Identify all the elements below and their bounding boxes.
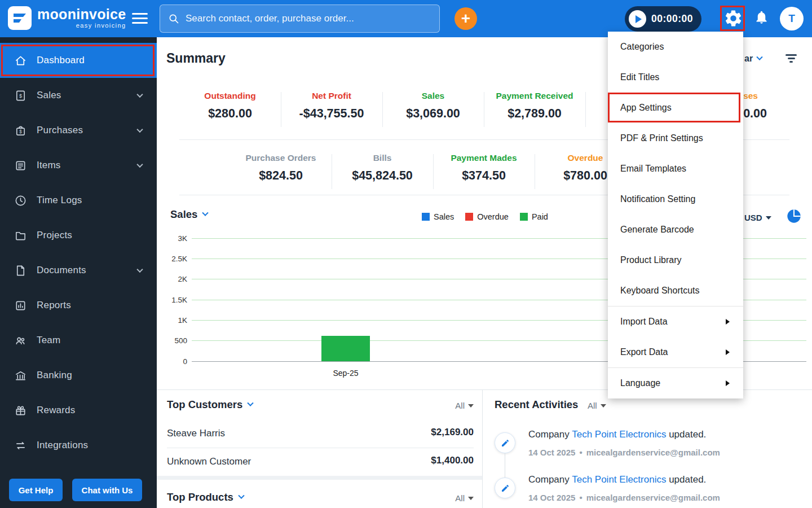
bar-paid-sep-25[interactable]: [321, 336, 370, 361]
summary-card-value: $3,069.00: [382, 107, 484, 121]
sidebar-item-label: Documents: [37, 265, 86, 276]
play-icon[interactable]: [629, 10, 646, 28]
menu-item-export-data[interactable]: Export Data: [608, 337, 743, 367]
pencil-icon: [501, 484, 510, 493]
sidebar-item-time-logs[interactable]: Time Logs: [0, 183, 157, 218]
triangle-down-icon: [766, 216, 771, 220]
search-input[interactable]: [186, 13, 431, 24]
menu-item-label: Import Data: [620, 317, 668, 327]
activity-email: micealgardenservice@gmail.com: [586, 448, 720, 457]
sidebar-item-purchases[interactable]: $ Purchases: [0, 113, 157, 148]
legend-label: Sales: [434, 212, 454, 221]
settings-gear-icon[interactable]: [723, 8, 743, 30]
sidebar-item-label: Reports: [37, 300, 71, 311]
mooninvoice-logo-icon: [8, 6, 32, 30]
legend-item-overdue[interactable]: Overdue: [465, 212, 509, 221]
hamburger-menu-icon[interactable]: [132, 13, 148, 27]
filter-label: All: [455, 401, 465, 410]
add-button[interactable]: +: [454, 7, 477, 30]
menu-item-generate-barcode[interactable]: Generate Barcode: [608, 214, 743, 245]
menu-item-pdf-print-settings[interactable]: PDF & Print Settings: [608, 123, 743, 154]
get-help-button[interactable]: Get Help: [9, 479, 63, 501]
menu-item-categories[interactable]: Categories: [608, 32, 743, 62]
sidebar-item-team[interactable]: Team: [0, 323, 157, 358]
top-customers-title[interactable]: Top Customers: [167, 398, 253, 411]
activity-meta: 14 Oct 2025•micealgardenservice@gmail.co…: [528, 448, 720, 457]
menu-item-keyboard-shortcuts[interactable]: Keyboard Shortcuts: [608, 275, 743, 306]
recent-activities-filter[interactable]: All: [588, 401, 606, 410]
menu-item-product-library[interactable]: Product Library: [608, 245, 743, 275]
search-icon: [168, 13, 179, 24]
sidebar-item-items[interactable]: Items: [0, 148, 157, 183]
activity-prefix: Company: [528, 429, 572, 440]
sidebar-item-sales[interactable]: $ Sales: [0, 78, 157, 113]
timer-widget[interactable]: 00:00:00: [625, 6, 701, 32]
chevron-down-icon: [756, 54, 762, 60]
search-bar[interactable]: [160, 5, 440, 33]
sidebar-item-projects[interactable]: Projects: [0, 218, 157, 253]
sidebar-item-banking[interactable]: Banking: [0, 358, 157, 393]
period-selector-label: ar: [744, 54, 753, 64]
filter-icon[interactable]: [785, 54, 797, 64]
divider: [281, 92, 281, 127]
activity-company-link[interactable]: Tech Point Electronics: [572, 474, 666, 485]
menu-item-app-settings[interactable]: App Settings: [608, 93, 743, 123]
period-selector[interactable]: ar: [744, 54, 762, 64]
activity-text: Company Tech Point Electronics updated.: [528, 474, 706, 485]
summary-card-value: -$43,755.50: [281, 107, 382, 121]
legend-label: Overdue: [477, 212, 509, 221]
menu-item-notification-setting[interactable]: Notification Setting: [608, 184, 743, 214]
menu-item-email-templates[interactable]: Email Templates: [608, 154, 743, 184]
chevron-down-icon: [136, 91, 143, 98]
sidebar-item-integrations[interactable]: Integrations: [0, 428, 157, 463]
menu-item-language[interactable]: Language: [608, 368, 743, 398]
edit-activity-button[interactable]: [495, 432, 515, 453]
sidebar-item-dashboard[interactable]: Dashboard: [0, 43, 157, 78]
activity-suffix: updated.: [666, 474, 706, 485]
section-title-label: Top Products: [167, 491, 233, 503]
summary-card-bills: Bills $45,824.50: [332, 153, 433, 183]
legend-item-sales[interactable]: Sales: [422, 212, 454, 221]
currency-selector[interactable]: USD: [744, 213, 771, 222]
home-icon: [14, 54, 27, 67]
top-customers-filter[interactable]: All: [442, 401, 474, 410]
legend-swatch: [520, 213, 528, 221]
bullet-separator: •: [579, 493, 582, 502]
filter-label: All: [455, 493, 465, 503]
chat-with-us-button[interactable]: Chat with Us: [72, 479, 142, 501]
swap-arrows-icon: [14, 439, 27, 452]
chart-title[interactable]: Sales: [170, 208, 208, 221]
chevron-down-icon: [248, 400, 254, 406]
brand-logo[interactable]: mooninvoice easy invoicing: [8, 6, 126, 30]
summary-card-sales: Sales $3,069.00: [382, 91, 484, 121]
legend-swatch: [422, 213, 430, 221]
sidebar-item-reports[interactable]: Reports: [0, 288, 157, 323]
sidebar-item-label: Time Logs: [37, 195, 82, 206]
legend-swatch: [465, 213, 473, 221]
summary-card-label: Sales: [382, 91, 484, 101]
sidebar-item-documents[interactable]: Documents: [0, 253, 157, 288]
sidebar-item-rewards[interactable]: Rewards: [0, 393, 157, 428]
user-avatar[interactable]: T: [780, 7, 804, 30]
menu-item-edit-titles[interactable]: Edit Titles: [608, 62, 743, 93]
section-title-label: Recent Activities: [495, 398, 578, 411]
customer-name[interactable]: Steave Harris: [167, 428, 225, 439]
pie-chart-icon[interactable]: [786, 208, 802, 226]
customer-name[interactable]: Unknown Customer: [167, 456, 251, 467]
sidebar-item-label: Purchases: [37, 125, 83, 136]
top-products-filter[interactable]: All: [442, 493, 474, 503]
customer-amount: $1,400.00: [394, 455, 474, 466]
summary-card-label: Payment Received: [484, 91, 585, 101]
legend-item-paid[interactable]: Paid: [520, 212, 548, 221]
notifications-bell-icon[interactable]: [754, 10, 769, 27]
triangle-down-icon: [468, 497, 474, 500]
summary-card-purchase-orders: Purchase Orders $824.50: [230, 153, 332, 183]
chart-title-label: Sales: [170, 208, 197, 221]
activity-company-link[interactable]: Tech Point Electronics: [572, 429, 666, 440]
top-products-title[interactable]: Top Products: [167, 491, 244, 503]
menu-item-import-data[interactable]: Import Data: [608, 306, 743, 337]
edit-activity-button[interactable]: [495, 478, 515, 498]
summary-card-value: $374.50: [433, 169, 535, 183]
divider: [382, 92, 383, 127]
legend-label: Paid: [532, 212, 548, 221]
